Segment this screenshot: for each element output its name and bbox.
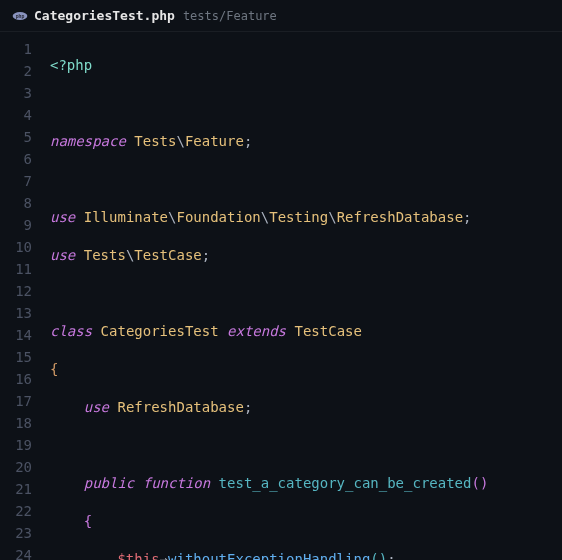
svg-text:php: php (16, 13, 25, 18)
line-number-gutter: 123456789101112131415161718192021222324 (0, 38, 50, 560)
code-editor[interactable]: 123456789101112131415161718192021222324 … (0, 32, 562, 560)
tab-filename: CategoriesTest.php (34, 8, 175, 23)
editor-tab[interactable]: php CategoriesTest.php tests/Feature (0, 0, 562, 32)
code-content[interactable]: <?php namespace Tests\Feature; use Illum… (50, 38, 562, 560)
tab-path: tests/Feature (183, 9, 277, 23)
php-icon: php (12, 8, 28, 24)
